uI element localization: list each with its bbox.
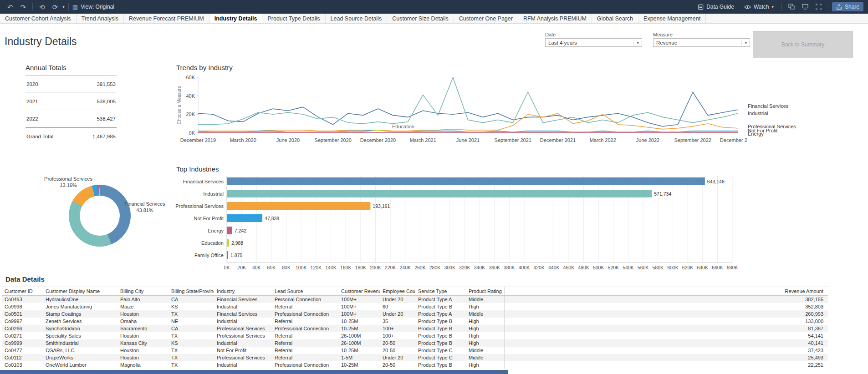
horizontal-scrollbar[interactable] <box>0 370 508 374</box>
table-cell: Palo Alto <box>117 296 168 303</box>
svg-text:20K: 20K <box>186 111 195 117</box>
table-cell: Product Type B <box>415 332 466 339</box>
bar-industrial[interactable] <box>227 190 652 197</box>
device-layouts-icon[interactable] <box>786 3 797 11</box>
refresh-icon[interactable]: ⟳ <box>50 3 61 11</box>
present-icon[interactable] <box>799 3 811 11</box>
svg-text:140K: 140K <box>325 265 337 270</box>
annual-total-row[interactable]: 2021538,005 <box>26 93 117 110</box>
fullscreen-icon[interactable] <box>813 3 824 11</box>
bar-professional-services[interactable] <box>227 202 370 210</box>
tab-customer-size-details[interactable]: Customer Size Details <box>387 14 454 23</box>
redo-icon[interactable]: ↷ <box>18 3 29 11</box>
svg-text:60K: 60K <box>186 75 195 80</box>
revert-icon[interactable]: ⟲ <box>36 3 48 11</box>
watch-button[interactable]: Watch ▾ <box>740 2 778 11</box>
svg-text:571,734: 571,734 <box>654 191 671 197</box>
chevron-down-icon: ▾ <box>771 5 774 9</box>
tab-product-type-details[interactable]: Product Type Details <box>262 14 325 23</box>
view-original-button[interactable]: ▦ View: Original <box>72 4 114 10</box>
table-cell: Product Type B <box>415 318 466 325</box>
svg-text:June 2020: June 2020 <box>276 137 300 143</box>
chevron-down-icon[interactable]: ▾ <box>62 5 65 9</box>
table-cell: High <box>466 361 504 369</box>
svg-text:400K: 400K <box>519 265 530 270</box>
donut-callout-professional-services: Professional Services 13.16% <box>30 176 107 188</box>
column-header-customer-id[interactable]: Customer ID <box>2 287 43 295</box>
top-industries-bar-chart[interactable]: 0K20K40K60K80K100K120K140K160K180K200K22… <box>174 174 776 271</box>
table-row[interactable]: Co0463HydraulicsOnePalo AltoCAFinancial … <box>2 296 828 303</box>
bar-family-office[interactable] <box>227 251 228 259</box>
table-cell: Financial Services <box>214 310 272 318</box>
table-cell: TX <box>168 310 214 318</box>
annual-grand-total-row[interactable]: Grand Total1,467,985 <box>26 127 117 145</box>
tab-rfm-analysis-premium[interactable]: RFM Analysis PREMIUM <box>518 14 592 23</box>
column-header-product-rating[interactable]: Product Rating <box>466 287 504 295</box>
tab-industry-details[interactable]: Industry Details <box>209 14 263 23</box>
table-cell: DrapeWorks <box>43 354 117 361</box>
measure-filter-value: Revenue <box>656 40 677 45</box>
back-to-summary-button[interactable]: Back to Summary <box>753 31 853 58</box>
svg-text:180K: 180K <box>355 265 367 270</box>
tab-global-search[interactable]: Global Search <box>592 14 638 23</box>
sheet-tab-bar: Customer Cohort AnalysisTrend AnalysisRe… <box>0 14 868 24</box>
tab-customer-one-pager[interactable]: Customer One Pager <box>454 14 518 23</box>
column-header-billing-city[interactable]: Billing City <box>117 287 168 295</box>
column-header-employee-count[interactable]: Employee Count <box>380 287 415 295</box>
table-cell: Under 20 <box>380 296 415 303</box>
table-cell: Houston <box>117 347 168 354</box>
bar-education[interactable] <box>227 239 229 247</box>
table-row[interactable]: Co0501Stamp CoatingsHoustonTXFinancial S… <box>2 310 828 318</box>
table-row[interactable]: Co0477CGARs, LLCHoustonTXNot For ProfitR… <box>2 347 828 354</box>
table-cell: Financial Services <box>214 296 272 303</box>
svg-text:September 2021: September 2021 <box>495 137 531 143</box>
measure-filter-select[interactable]: Revenue ▾ <box>653 38 750 47</box>
trend-line-financial-services[interactable] <box>198 92 738 126</box>
table-row[interactable]: Co0103OneWorld LumberMagnoliaTXIndustria… <box>2 361 828 369</box>
bar-not-for-profit[interactable] <box>227 214 262 222</box>
column-header-customer-display-name[interactable]: Customer Display Name <box>43 287 117 295</box>
column-header-lead-source[interactable]: Lead Source <box>272 287 338 295</box>
tab-customer-cohort-analysis[interactable]: Customer Cohort Analysis <box>0 14 77 23</box>
industry-donut-chart[interactable] <box>69 185 131 247</box>
bar-financial-services[interactable] <box>227 177 705 185</box>
svg-text:Choose a Measure: Choose a Measure <box>177 86 182 124</box>
column-header-service-type[interactable]: Service Type <box>415 287 466 295</box>
table-row[interactable]: Co9997Zeneth ServicesOmahaNEIndustrialRe… <box>2 318 828 325</box>
tab-trend-analysis[interactable]: Trend Analysis <box>77 14 124 23</box>
page-title: Industry Details <box>5 35 77 48</box>
table-row[interactable]: Co9998Jones ManufacturingMaizeKSIndustri… <box>2 303 828 310</box>
table-cell: SmithIndustrial <box>43 339 117 347</box>
table-row[interactable]: Co9999SmithIndustrialKansas CityKSIndust… <box>2 339 828 347</box>
trend-line-industrial[interactable] <box>198 77 738 125</box>
table-cell: 100M+ <box>338 310 380 318</box>
tab-revenue-forecast-premium[interactable]: Revenue Forecast PREMIUM <box>124 14 209 23</box>
column-header-revenue-amount[interactable]: Revenue Amount <box>504 287 828 295</box>
data-guide-button[interactable]: Data Guide <box>694 2 738 11</box>
tab-expense-management[interactable]: Expense Management <box>638 14 706 23</box>
table-cell: KS <box>168 303 214 310</box>
svg-text:December 2022: December 2022 <box>720 137 747 143</box>
column-header-industry[interactable]: Industry <box>214 287 272 295</box>
annual-total-row[interactable]: 2022538,427 <box>26 110 117 127</box>
svg-text:1,875: 1,875 <box>230 253 242 258</box>
column-header-billing-state-province[interactable]: Billing State/Province <box>168 287 214 295</box>
table-row[interactable]: Co0266SynchoGridironSacramentoCAProfessi… <box>2 325 828 332</box>
column-header-customer-revenue[interactable]: Customer Revenue <box>338 287 380 295</box>
table-row[interactable]: Co0271Speciality SalesHoustonTXProfessio… <box>2 332 828 339</box>
data-details-title: Data Details <box>5 275 45 283</box>
annual-total-row[interactable]: 2020391,553 <box>26 76 117 93</box>
date-filter-select[interactable]: Last 4 years ▾ <box>545 38 642 47</box>
table-cell: Speciality Sales <box>43 332 117 339</box>
share-button[interactable]: Share <box>832 2 863 11</box>
table-cell: 100M+ <box>338 296 380 303</box>
trend-line-professional-services[interactable] <box>198 113 738 131</box>
tab-lead-source-details[interactable]: Lead Source Details <box>326 14 388 23</box>
date-filter-value: Last 4 years <box>548 40 577 45</box>
table-row[interactable]: Co0112DrapeWorksHoustonTXProfessional Se… <box>2 354 828 361</box>
svg-text:340K: 340K <box>474 265 485 270</box>
trends-line-chart[interactable]: 0K20K40K60KDecember 2019March 2020June 2… <box>175 73 747 145</box>
undo-icon[interactable]: ↶ <box>5 3 16 11</box>
toolbar-divider <box>32 3 33 10</box>
bar-energy[interactable] <box>227 227 232 234</box>
